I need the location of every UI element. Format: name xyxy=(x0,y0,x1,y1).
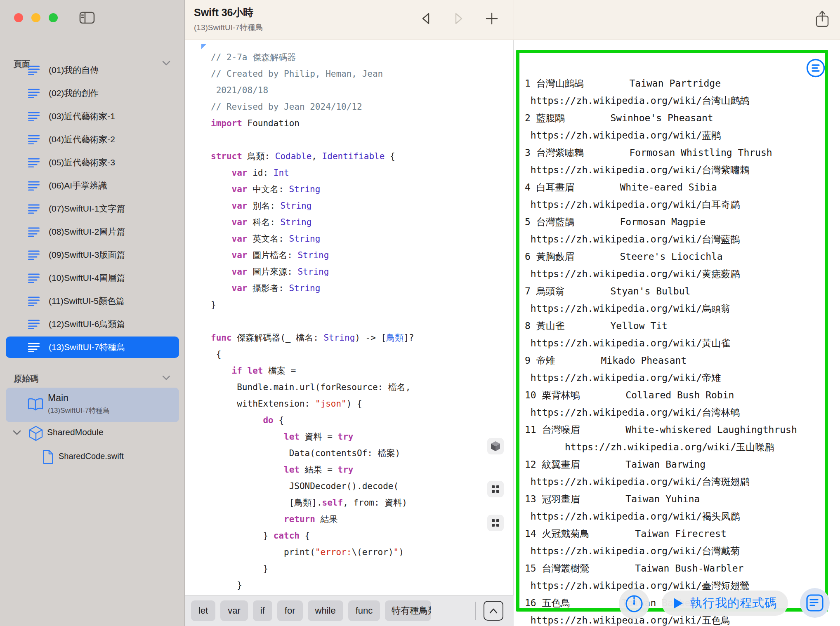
bird-url-line: https://zh.wikipedia.org/wiki/黄痣薮鹛 xyxy=(525,265,797,282)
swift-file-icon xyxy=(42,449,54,466)
page-lines-icon xyxy=(28,204,40,214)
page-label: (06)AI手掌辨識 xyxy=(49,180,107,191)
code-line: return 結果 xyxy=(211,511,414,527)
bird-name-line: 9 帝雉 Mikado Pheasant xyxy=(525,352,797,369)
back-button[interactable] xyxy=(420,12,431,27)
page-label: (08)SwiftUI-2圖片篇 xyxy=(49,226,125,238)
page-lines-icon xyxy=(28,273,40,283)
bird-list: 1 台灣山鷓鴣 Taiwan Partridge https://zh.wiki… xyxy=(525,75,797,626)
code-line xyxy=(211,132,414,148)
code-line: var 別名: String xyxy=(211,198,414,214)
sidebar-item-page-7[interactable]: (07)SwiftUI-1文字篇 xyxy=(6,198,179,219)
key-while[interactable]: while xyxy=(308,600,343,621)
keybar-divider xyxy=(475,602,476,620)
inline-result-grid-button-1[interactable] xyxy=(487,481,504,497)
grid-result-icon xyxy=(491,485,500,493)
zoom-window-button[interactable] xyxy=(49,13,58,22)
code-line: import Foundation xyxy=(211,115,414,132)
page-lines-icon xyxy=(28,181,40,191)
main-item-subtitle: (13)SwiftUI-7特種鳥 xyxy=(48,406,110,415)
close-window-button[interactable] xyxy=(14,13,23,22)
code-line: var id: Int xyxy=(211,165,414,181)
sidebar-item-sharedcode-file[interactable]: SharedCode.swift xyxy=(59,452,124,461)
sidebar-item-page-12[interactable]: (12)SwiftUI-6鳥類篇 xyxy=(6,313,179,335)
source-collapse-chevron-icon[interactable] xyxy=(162,375,171,382)
page-label: (07)SwiftUI-1文字篇 xyxy=(49,203,125,214)
code-line: } catch { xyxy=(211,527,414,544)
page-lines-icon xyxy=(28,296,40,306)
code-line: } xyxy=(211,577,414,593)
speed-gauge-icon xyxy=(625,594,644,613)
key-func[interactable]: func xyxy=(348,600,380,621)
page-label: (02)我的創作 xyxy=(49,87,99,99)
page-lines-icon xyxy=(28,111,40,121)
key-var[interactable]: var xyxy=(220,600,248,621)
bird-name-line: 13 冠羽畫眉 Taiwan Yuhina xyxy=(525,490,797,508)
source-section-header: 原始碼 xyxy=(14,373,38,384)
code-line: let 結果 = try xyxy=(211,461,414,478)
run-speed-control[interactable] xyxy=(619,588,649,619)
code-line: } xyxy=(211,297,414,313)
snippet-keys: letvarifforwhilefunc特有種鳥類 xyxy=(191,600,431,621)
bird-name-line: 4 白耳畫眉 White-eared Sibia xyxy=(525,179,797,196)
key-if[interactable]: if xyxy=(253,600,272,621)
key-for[interactable]: for xyxy=(277,600,303,621)
bird-url-line: https://zh.wikipedia.org/wiki/台灣紫嘯鶇 xyxy=(525,161,797,179)
page-lines-icon xyxy=(28,342,40,352)
run-my-code-button[interactable]: 執行我的程式碼 xyxy=(662,591,788,616)
book-icon xyxy=(27,398,44,413)
sidebar-item-page-10[interactable]: (10)SwiftUI-4圖層篇 xyxy=(6,267,179,289)
list-style-button[interactable] xyxy=(806,59,825,78)
live-view-panel[interactable]: 1 台灣山鷓鴣 Taiwan Partridge https://zh.wiki… xyxy=(514,40,840,626)
sidebar-item-page-4[interactable]: (04)近代藝術家-2 xyxy=(6,129,179,150)
sidebar-toggle-icon[interactable] xyxy=(79,11,95,24)
sidebar-item-page-3[interactable]: (03)近代藝術家-1 xyxy=(6,106,179,127)
bird-url-line: https://zh.wikipedia.org/wiki/台湾林鸲 xyxy=(525,404,797,421)
inline-result-cube-button[interactable] xyxy=(487,438,504,454)
sidebar-item-page-9[interactable]: (09)SwiftUI-3版面篇 xyxy=(6,244,179,266)
sidebar-item-page-11[interactable]: (11)SwiftUI-5顏色篇 xyxy=(6,290,179,312)
sidebar-item-sharedmodule[interactable]: SharedModule xyxy=(47,427,104,437)
page-lines-icon xyxy=(28,88,40,98)
play-icon xyxy=(673,597,684,610)
module-disclosure-chevron-icon[interactable] xyxy=(12,430,21,437)
text-cursor-marker xyxy=(201,43,207,51)
page-lines-icon xyxy=(28,65,40,75)
bird-url-line: https://zh.wikipedia.org/wiki/烏頭翁 xyxy=(525,300,797,317)
dismiss-keyboard-button[interactable] xyxy=(484,601,503,621)
sidebar-item-page-2[interactable]: (02)我的創作 xyxy=(6,82,179,104)
bird-url-line: https://zh.wikipedia.org/wiki/台湾斑翅鹛 xyxy=(525,473,797,490)
page-lines-icon xyxy=(28,227,40,237)
bird-name-line: 7 烏頭翁 Styan's Bulbul xyxy=(525,282,797,300)
forward-button[interactable] xyxy=(453,12,464,27)
bird-name-line: 12 紋翼畫眉 Taiwan Barwing xyxy=(525,456,797,473)
code-line: do { xyxy=(211,412,414,428)
sidebar-item-page-8[interactable]: (08)SwiftUI-2圖片篇 xyxy=(6,221,179,242)
sidebar-item-page-5[interactable]: (05)近代藝術家-3 xyxy=(6,152,179,173)
code-line: print("error:\(error)") xyxy=(211,544,414,560)
share-button[interactable] xyxy=(815,10,829,30)
code-line: var 科名: String xyxy=(211,214,414,231)
code-line: var 圖片來源: String xyxy=(211,264,414,280)
add-page-button[interactable] xyxy=(486,12,498,26)
sidebar-item-main[interactable]: Main (13)SwiftUI-7特種鳥 xyxy=(6,388,179,422)
sidebar-item-page-1[interactable]: (01)我的自傳 xyxy=(6,59,179,81)
page-label: (13)SwiftUI-7特種鳥 xyxy=(49,341,125,353)
page-lines-icon xyxy=(28,319,40,329)
console-icon xyxy=(805,593,824,612)
code-key-bar: letvarifforwhilefunc特有種鳥類 xyxy=(185,595,514,626)
key-特有種鳥類[interactable]: 特有種鳥類 xyxy=(385,600,431,621)
sidebar-item-page-13[interactable]: (13)SwiftUI-7特種鳥 xyxy=(6,337,179,358)
grid-result-icon xyxy=(491,519,500,527)
inline-result-grid-button-2[interactable] xyxy=(487,515,504,531)
minimize-window-button[interactable] xyxy=(31,13,40,22)
sidebar-item-page-6[interactable]: (06)AI手掌辨識 xyxy=(6,175,179,196)
bird-name-line: 3 台灣紫嘯鶇 Formosan Whistling Thrush xyxy=(525,144,797,161)
key-let[interactable]: let xyxy=(191,600,215,621)
code-line: var 中文名: String xyxy=(211,181,414,198)
page-lines-icon xyxy=(28,250,40,260)
playgrounds-window: 頁面 (01)我的自傳(02)我的創作(03)近代藝術家-1(04)近代藝術家-… xyxy=(0,0,840,626)
console-toggle-button[interactable] xyxy=(800,588,830,618)
code-line: var 英文名: String xyxy=(211,231,414,247)
code-editor[interactable]: // 2-7a 傑森解碼器// Created by Philip, Heman… xyxy=(185,40,514,595)
